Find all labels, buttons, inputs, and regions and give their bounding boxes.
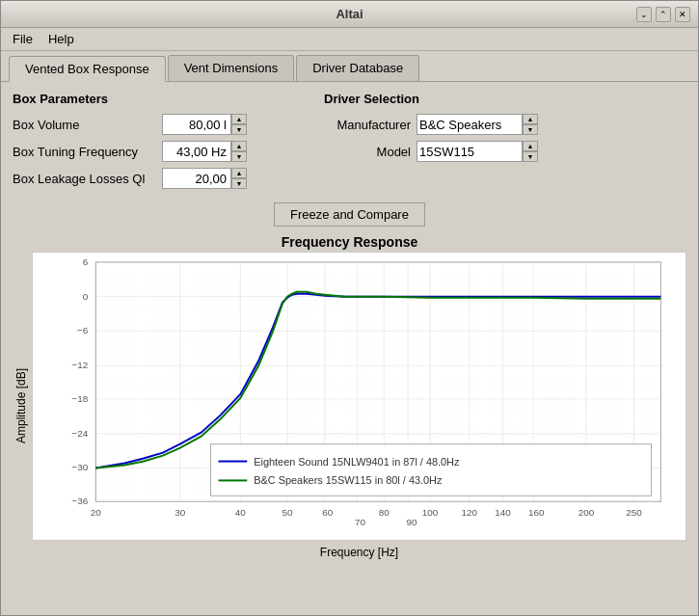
model-spinner: ▲ ▼ [523,141,538,162]
box-volume-up[interactable]: ▲ [231,114,247,124]
params-row: Box Parameters Box Volume ▲ ▼ Box Tuning… [13,92,686,195]
window-title: Altai [336,7,363,21]
manufacturer-select[interactable]: B&C Speakers [417,114,523,135]
svg-text:30: 30 [175,507,186,518]
box-leakage-input-wrap: ▲ ▼ [162,168,247,189]
svg-text:−24: −24 [72,428,89,439]
svg-text:20: 20 [91,507,102,518]
svg-text:40: 40 [235,507,247,518]
chevron-down-icon: ⌄ [640,10,648,19]
manufacturer-select-wrap: B&C Speakers ▲ ▼ [417,114,538,135]
main-content: Box Parameters Box Volume ▲ ▼ Box Tuning… [1,81,698,615]
box-tuning-label: Box Tuning Frequency [13,145,162,159]
svg-text:200: 200 [578,507,595,518]
manufacturer-down[interactable]: ▼ [523,124,538,135]
svg-rect-48 [211,444,652,496]
svg-text:250: 250 [626,507,642,518]
svg-text:−12: −12 [72,360,89,370]
svg-text:0: 0 [83,291,89,302]
chart-with-labels: Amplitude [dB] [13,252,686,559]
chevron-up-icon: ⌃ [659,10,667,19]
manufacturer-spinner: ▲ ▼ [523,114,538,135]
close-button[interactable]: ✕ [675,7,690,22]
model-row: Model 15SW115 ▲ ▼ [324,141,538,162]
tab-vent-dimensions[interactable]: Vent Dimensions [168,55,295,81]
maximize-button[interactable]: ⌃ [656,7,671,22]
tab-vented-box[interactable]: Vented Box Response [9,56,166,82]
manufacturer-row: Manufacturer B&C Speakers ▲ ▼ [324,114,538,135]
box-leakage-down[interactable]: ▼ [231,178,247,189]
title-bar-controls: ⌄ ⌃ ✕ [636,7,690,22]
svg-text:90: 90 [407,517,418,527]
model-label: Model [324,145,411,159]
box-volume-down[interactable]: ▼ [231,124,247,135]
menu-file[interactable]: File [5,30,40,48]
svg-text:60: 60 [322,507,334,518]
menu-bar: File Help [1,28,698,51]
box-parameters: Box Parameters Box Volume ▲ ▼ Box Tuning… [13,92,247,195]
svg-text:100: 100 [422,507,439,518]
box-volume-label: Box Volume [13,118,162,132]
svg-text:120: 120 [461,507,477,518]
svg-text:70: 70 [355,517,366,527]
box-volume-spinner: ▲ ▼ [231,114,247,135]
box-leakage-row: Box Leakage Losses Ql ▲ ▼ [13,168,247,189]
model-select[interactable]: 15SW115 [417,141,523,162]
title-bar: Altai ⌄ ⌃ ✕ [1,1,698,28]
box-tuning-spinner: ▲ ▼ [231,141,247,162]
close-icon: ✕ [679,10,686,19]
box-volume-input-wrap: ▲ ▼ [162,114,247,135]
tab-driver-database[interactable]: Driver Database [296,55,419,81]
box-tuning-row: Box Tuning Frequency ▲ ▼ [13,141,247,162]
chart-container: Frequency Response Amplitude [dB] [13,234,686,559]
svg-text:6: 6 [83,256,89,267]
manufacturer-up[interactable]: ▲ [523,114,538,124]
freeze-compare-button[interactable]: Freeze and Compare [274,202,425,227]
model-up[interactable]: ▲ [523,141,538,151]
box-tuning-up[interactable]: ▲ [231,141,247,151]
svg-text:−18: −18 [72,393,89,404]
box-tuning-down[interactable]: ▼ [231,151,247,162]
x-axis-label: Frequency [Hz] [32,546,686,559]
box-params-title: Box Parameters [13,92,247,106]
box-volume-row: Box Volume ▲ ▼ [13,114,247,135]
tabs-bar: Vented Box Response Vent Dimensions Driv… [1,51,698,81]
frequency-chart: 6 0 −6 −12 −18 −24 −30 [32,252,686,541]
svg-text:Eighteen Sound 15NLW9401 in 87: Eighteen Sound 15NLW9401 in 87l / 48.0Hz [254,456,460,468]
box-leakage-label: Box Leakage Losses Ql [13,172,162,186]
svg-text:140: 140 [495,507,511,518]
model-select-wrap: 15SW115 ▲ ▼ [417,141,538,162]
driver-selection: Driver Selection Manufacturer B&C Speake… [324,92,538,195]
svg-text:80: 80 [379,507,390,518]
chart-title: Frequency Response [13,234,686,250]
manufacturer-label: Manufacturer [324,118,411,132]
model-down[interactable]: ▼ [523,151,538,162]
box-leakage-spinner: ▲ ▼ [231,168,247,189]
box-leakage-input[interactable] [162,168,231,189]
svg-text:B&C Speakers 15SW115 in 80l / : B&C Speakers 15SW115 in 80l / 43.0Hz [254,474,443,486]
box-tuning-input-wrap: ▲ ▼ [162,141,247,162]
y-axis-label: Amplitude [dB] [13,252,30,559]
driver-selection-title: Driver Selection [324,92,538,106]
svg-text:−6: −6 [77,325,89,335]
minimize-button[interactable]: ⌄ [636,7,652,22]
box-volume-input[interactable] [162,114,231,135]
box-tuning-input[interactable] [162,141,231,162]
main-window: Altai ⌄ ⌃ ✕ File Help Vented Box Respons… [0,0,699,616]
box-leakage-up[interactable]: ▲ [231,168,247,178]
svg-text:50: 50 [282,507,293,518]
menu-help[interactable]: Help [40,30,82,48]
svg-text:−36: −36 [72,495,89,506]
freeze-btn-container: Freeze and Compare [13,202,686,227]
svg-text:160: 160 [528,507,545,518]
svg-text:−30: −30 [72,462,89,472]
chart-svg-wrap: 6 0 −6 −12 −18 −24 −30 [32,252,686,559]
